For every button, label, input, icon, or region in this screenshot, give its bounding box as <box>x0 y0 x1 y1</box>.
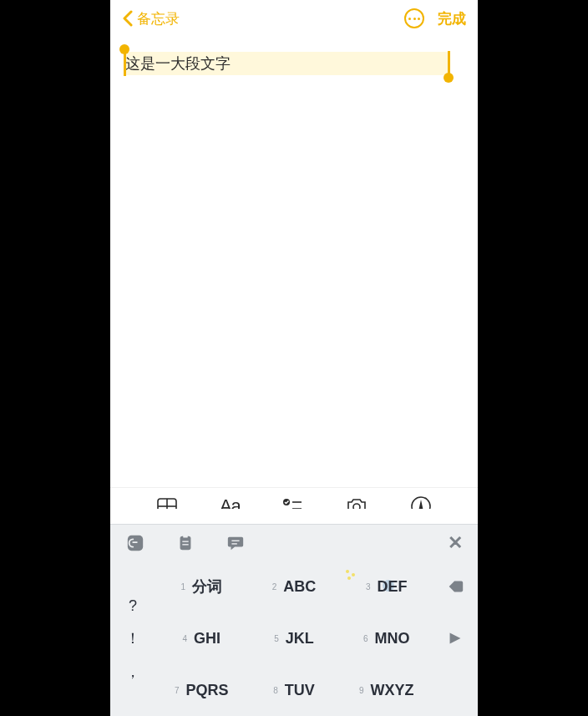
camera-icon <box>345 495 368 518</box>
format-toolbar: Aa <box>110 487 478 524</box>
key-6-mno[interactable]: 6MNO <box>340 612 433 664</box>
table-button[interactable] <box>155 495 179 518</box>
clipboard-button[interactable] <box>175 533 195 553</box>
draw-button[interactable] <box>409 495 433 518</box>
key-4-ghi[interactable]: 4GHI <box>155 612 248 664</box>
key-1-fenci[interactable]: 1分词 <box>155 561 248 612</box>
key-8-tuv[interactable]: 8TUV <box>248 664 341 716</box>
selection-handle-start[interactable] <box>119 44 129 54</box>
reinput-icon <box>446 629 464 647</box>
more-button[interactable] <box>404 8 424 28</box>
nav-bar: 备忘录 完成 <box>110 0 478 37</box>
svg-rect-10 <box>183 534 188 537</box>
ime-logo-icon <box>126 534 144 552</box>
checklist-button[interactable] <box>281 495 304 518</box>
pencil-circle-icon <box>409 495 433 518</box>
punct-exclaim[interactable]: ！ <box>125 628 140 648</box>
chat-icon <box>226 534 245 552</box>
punct-comma[interactable]: ， <box>125 662 140 682</box>
nav-right: 完成 <box>404 8 466 28</box>
svg-point-6 <box>353 504 360 510</box>
chevron-left-icon <box>122 10 134 27</box>
backspace-icon <box>446 577 464 596</box>
back-button[interactable]: 备忘录 <box>122 9 180 28</box>
key-2-abc[interactable]: 2ABC <box>248 561 341 612</box>
app-viewport: 备忘录 完成 这是一大段文字 Aa <box>110 0 478 716</box>
selection-wrapper: 这是一大段文字 <box>124 52 449 75</box>
svg-rect-9 <box>180 536 191 550</box>
key-7-pqrs[interactable]: 7PQRS <box>155 664 248 716</box>
camera-button[interactable] <box>345 495 368 518</box>
punctuation-column[interactable]: ? ！ ， <box>110 561 155 716</box>
reinput-key[interactable] <box>433 612 478 664</box>
back-label: 备忘录 <box>137 9 180 28</box>
dot-icon <box>418 18 420 20</box>
note-editor[interactable]: 这是一大段文字 <box>110 37 478 487</box>
backspace-key[interactable] <box>433 561 478 612</box>
keyboard-close-button[interactable]: ✕ <box>448 532 463 554</box>
selection-handle-end[interactable] <box>444 73 454 83</box>
ime-logo-button[interactable] <box>125 533 145 553</box>
selected-text[interactable]: 这是一大段文字 <box>124 52 449 75</box>
keyboard: ✕ ? ！ ， 1分词 2ABC 3DEF 4GHI 5JKL 6MNO <box>110 524 478 716</box>
table-icon <box>155 495 179 518</box>
text-format-button[interactable]: Aa <box>220 495 241 517</box>
dot-icon <box>408 18 411 20</box>
checklist-icon <box>281 495 304 518</box>
keyboard-grid: ? ！ ， 1分词 2ABC 3DEF 4GHI 5JKL 6MNO <box>110 561 478 716</box>
key-5-jkl[interactable]: 5JKL <box>248 612 341 664</box>
clipboard-icon <box>176 534 195 552</box>
done-button[interactable]: 完成 <box>438 9 466 28</box>
key-3-def[interactable]: 3DEF <box>340 561 433 612</box>
keyboard-toolbar: ✕ <box>110 525 478 561</box>
chat-button[interactable] <box>226 533 246 553</box>
punct-question[interactable]: ? <box>129 597 137 615</box>
right-key-3[interactable] <box>433 664 478 716</box>
dot-icon <box>413 18 416 20</box>
key-9-wxyz[interactable]: 9WXYZ <box>340 664 433 716</box>
